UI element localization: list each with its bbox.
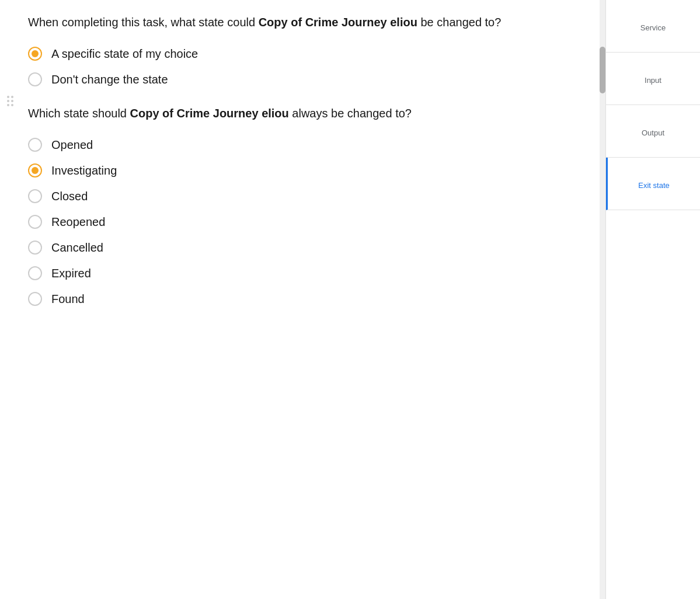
radio-opened[interactable]	[28, 138, 42, 152]
option-expired-label: Expired	[51, 267, 91, 280]
sidebar-item-output[interactable]: Output	[606, 105, 700, 158]
radio-expired[interactable]	[28, 266, 42, 280]
option-reopened-label: Reopened	[51, 215, 105, 229]
option-reopened[interactable]: Reopened	[28, 215, 542, 229]
option-specific-state[interactable]: A specific state of my choice	[28, 47, 542, 61]
question1-options: A specific state of my choice Don't chan…	[28, 47, 542, 86]
radio-cancelled[interactable]	[28, 241, 42, 255]
sidebar-input-label: Input	[645, 76, 661, 85]
radio-dont-change[interactable]	[28, 72, 42, 86]
sidebar-output-label: Output	[642, 128, 664, 137]
right-sidebar: Service Input Output	[605, 0, 700, 599]
option-dont-change[interactable]: Don't change the state	[28, 72, 542, 86]
radio-specific-state[interactable]	[28, 47, 42, 61]
main-content: When completing this task, what state co…	[0, 0, 605, 599]
radio-reopened[interactable]	[28, 215, 42, 229]
option-found[interactable]: Found	[28, 292, 542, 306]
sidebar-item-exit-state[interactable]: Exit state	[606, 158, 700, 210]
radio-investigating[interactable]	[28, 163, 42, 177]
question2-text: Which state should Copy of Crime Journey…	[28, 105, 542, 121]
option-closed[interactable]: Closed	[28, 189, 542, 203]
scrollbar-track[interactable]	[600, 0, 605, 599]
drag-handle[interactable]	[5, 93, 16, 109]
radio-closed[interactable]	[28, 189, 42, 203]
option-closed-label: Closed	[51, 190, 88, 203]
option-cancelled[interactable]: Cancelled	[28, 241, 542, 255]
sidebar-service-label: Service	[640, 23, 666, 32]
option-investigating[interactable]: Investigating	[28, 163, 542, 177]
option-found-label: Found	[51, 292, 85, 306]
sidebar-item-service[interactable]: Service	[606, 0, 700, 53]
option-specific-state-label: A specific state of my choice	[51, 47, 198, 61]
scrollbar-thumb[interactable]	[600, 47, 605, 93]
sidebar-item-input[interactable]: Input	[606, 53, 700, 105]
radio-found[interactable]	[28, 292, 42, 306]
option-investigating-label: Investigating	[51, 164, 117, 177]
option-cancelled-label: Cancelled	[51, 241, 103, 255]
option-expired[interactable]: Expired	[28, 266, 542, 280]
question2-options: Opened Investigating Closed Reopened Can…	[28, 138, 542, 306]
sidebar-exit-state-label: Exit state	[638, 181, 669, 190]
option-dont-change-label: Don't change the state	[51, 73, 168, 86]
question1-text: When completing this task, what state co…	[28, 14, 542, 30]
option-opened[interactable]: Opened	[28, 138, 542, 152]
option-opened-label: Opened	[51, 138, 93, 152]
